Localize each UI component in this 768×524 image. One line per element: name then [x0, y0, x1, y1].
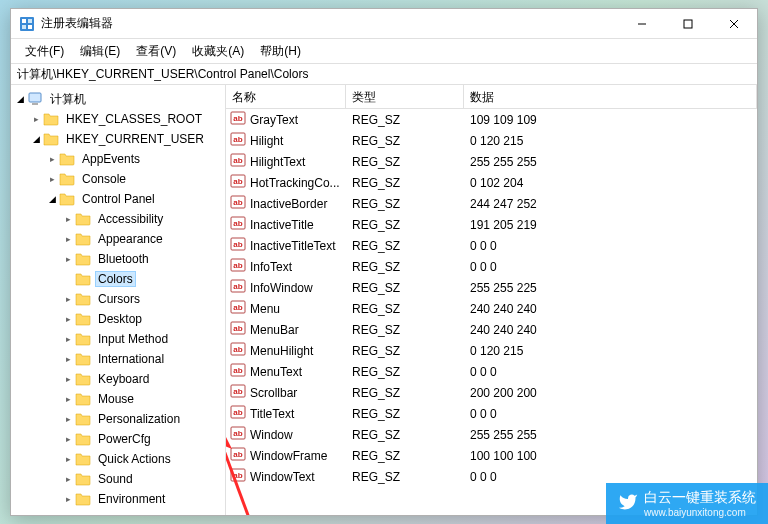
expand-icon[interactable]: ▸: [61, 474, 75, 484]
tree-label: Accessibility: [95, 211, 166, 227]
menu-favorites[interactable]: 收藏夹(A): [184, 41, 252, 62]
expand-icon[interactable]: ◢: [45, 194, 59, 204]
expand-icon[interactable]: ◢: [29, 134, 43, 144]
registry-value-row[interactable]: abWindow REG_SZ 255 255 255: [226, 424, 757, 445]
registry-value-row[interactable]: abTitleText REG_SZ 0 0 0: [226, 403, 757, 424]
folder-icon: [75, 291, 91, 307]
expand-icon[interactable]: ▸: [61, 494, 75, 504]
tree-key[interactable]: ▸Environment: [11, 489, 225, 509]
tree-key[interactable]: ▸PowerCfg: [11, 429, 225, 449]
tree-label: AppEvents: [79, 151, 143, 167]
value-type: REG_SZ: [346, 281, 464, 295]
expand-icon[interactable]: ▸: [61, 434, 75, 444]
expand-icon[interactable]: ▸: [61, 414, 75, 424]
tree-key[interactable]: ▸Accessibility: [11, 209, 225, 229]
value-data: 0 0 0: [464, 470, 757, 484]
registry-value-row[interactable]: abScrollbar REG_SZ 200 200 200: [226, 382, 757, 403]
menu-file[interactable]: 文件(F): [17, 41, 72, 62]
menu-help[interactable]: 帮助(H): [252, 41, 309, 62]
tree-key[interactable]: ▸Cursors: [11, 289, 225, 309]
expand-icon[interactable]: ▸: [61, 334, 75, 344]
registry-value-row[interactable]: abWindowFrame REG_SZ 100 100 100: [226, 445, 757, 466]
value-type: REG_SZ: [346, 449, 464, 463]
value-data: 100 100 100: [464, 449, 757, 463]
tree-key[interactable]: ▸International: [11, 349, 225, 369]
tree-key[interactable]: ▸Keyboard: [11, 369, 225, 389]
value-name: MenuHilight: [250, 344, 313, 358]
registry-value-row[interactable]: abMenuText REG_SZ 0 0 0: [226, 361, 757, 382]
registry-value-row[interactable]: abInactiveTitleText REG_SZ 0 0 0: [226, 235, 757, 256]
registry-value-row[interactable]: abHilight REG_SZ 0 120 215: [226, 130, 757, 151]
expand-icon[interactable]: ▸: [61, 314, 75, 324]
tree-key[interactable]: ◢Control Panel: [11, 189, 225, 209]
tree-hive[interactable]: ◢HKEY_CURRENT_USER: [11, 129, 225, 149]
string-value-icon: ab: [230, 446, 250, 465]
value-data: 200 200 200: [464, 386, 757, 400]
svg-text:ab: ab: [233, 303, 242, 312]
registry-value-row[interactable]: abGrayText REG_SZ 109 109 109: [226, 109, 757, 130]
registry-value-row[interactable]: abInfoText REG_SZ 0 0 0: [226, 256, 757, 277]
tree-label: PowerCfg: [95, 431, 154, 447]
expand-icon[interactable]: ▸: [61, 394, 75, 404]
registry-value-row[interactable]: abInactiveBorder REG_SZ 244 247 252: [226, 193, 757, 214]
value-data: 0 0 0: [464, 407, 757, 421]
menu-edit[interactable]: 编辑(E): [72, 41, 128, 62]
value-type: REG_SZ: [346, 134, 464, 148]
expand-icon[interactable]: ▸: [61, 254, 75, 264]
tree-key[interactable]: ▸Quick Actions: [11, 449, 225, 469]
expand-icon[interactable]: ▸: [61, 234, 75, 244]
expand-icon[interactable]: ▸: [61, 294, 75, 304]
menu-view[interactable]: 查看(V): [128, 41, 184, 62]
value-name: Scrollbar: [250, 386, 297, 400]
tree-hive[interactable]: ▸HKEY_CLASSES_ROOT: [11, 109, 225, 129]
registry-value-row[interactable]: abHotTrackingCo... REG_SZ 0 102 204: [226, 172, 757, 193]
registry-value-row[interactable]: abMenuHilight REG_SZ 0 120 215: [226, 340, 757, 361]
registry-value-row[interactable]: abHilightText REG_SZ 255 255 255: [226, 151, 757, 172]
string-value-icon: ab: [230, 341, 250, 360]
computer-icon: [27, 91, 43, 107]
tree-label: Quick Actions: [95, 451, 174, 467]
list-body[interactable]: abGrayText REG_SZ 109 109 109 abHilight …: [226, 109, 757, 515]
folder-icon: [43, 131, 59, 147]
tree-label: Input Method: [95, 331, 171, 347]
folder-icon: [75, 471, 91, 487]
expand-icon[interactable]: ▸: [45, 174, 59, 184]
registry-value-row[interactable]: abMenu REG_SZ 240 240 240: [226, 298, 757, 319]
tree-panel[interactable]: ◢计算机▸HKEY_CLASSES_ROOT◢HKEY_CURRENT_USER…: [11, 85, 226, 515]
expand-icon[interactable]: ▸: [61, 374, 75, 384]
value-type: REG_SZ: [346, 113, 464, 127]
folder-icon: [75, 371, 91, 387]
tree-key[interactable]: ▸Appearance: [11, 229, 225, 249]
expand-icon[interactable]: ▸: [61, 214, 75, 224]
tree-key[interactable]: ▸Console: [11, 169, 225, 189]
expand-icon[interactable]: ▸: [61, 354, 75, 364]
expand-icon[interactable]: ▸: [61, 454, 75, 464]
value-data: 255 255 255: [464, 428, 757, 442]
close-button[interactable]: [711, 9, 757, 39]
tree-key[interactable]: ▸AppEvents: [11, 149, 225, 169]
tree-key[interactable]: ▸Desktop: [11, 309, 225, 329]
tree-key[interactable]: ▸Mouse: [11, 389, 225, 409]
column-name[interactable]: 名称: [226, 85, 346, 108]
value-data: 255 255 225: [464, 281, 757, 295]
minimize-button[interactable]: [619, 9, 665, 39]
svg-text:ab: ab: [233, 261, 242, 270]
expand-icon[interactable]: ◢: [13, 94, 27, 104]
column-type[interactable]: 类型: [346, 85, 464, 108]
tree-key[interactable]: ▸Bluetooth: [11, 249, 225, 269]
expand-icon[interactable]: ▸: [45, 154, 59, 164]
maximize-button[interactable]: [665, 9, 711, 39]
tree-key[interactable]: Colors: [11, 269, 225, 289]
column-data[interactable]: 数据: [464, 85, 757, 108]
tree-key[interactable]: ▸Sound: [11, 469, 225, 489]
registry-value-row[interactable]: abInfoWindow REG_SZ 255 255 225: [226, 277, 757, 298]
address-bar[interactable]: 计算机\HKEY_CURRENT_USER\Control Panel\Colo…: [11, 63, 757, 85]
expand-icon[interactable]: ▸: [29, 114, 43, 124]
tree-key[interactable]: ▸Personalization: [11, 409, 225, 429]
registry-value-row[interactable]: abInactiveTitle REG_SZ 191 205 219: [226, 214, 757, 235]
tree-root[interactable]: ◢计算机: [11, 89, 225, 109]
string-value-icon: ab: [230, 152, 250, 171]
value-name: InactiveBorder: [250, 197, 327, 211]
tree-key[interactable]: ▸Input Method: [11, 329, 225, 349]
registry-value-row[interactable]: abMenuBar REG_SZ 240 240 240: [226, 319, 757, 340]
